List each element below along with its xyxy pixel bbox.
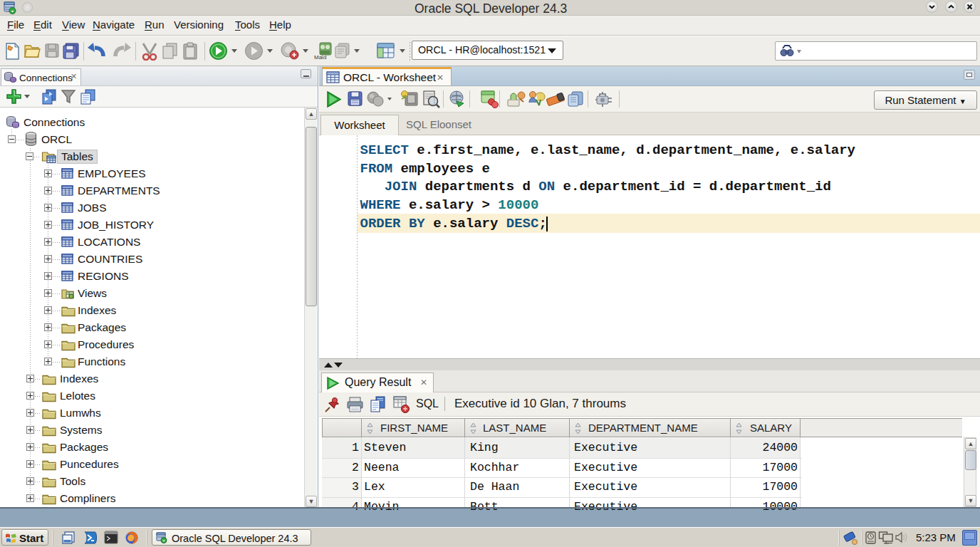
svg-text:Maid: Maid bbox=[314, 54, 326, 61]
